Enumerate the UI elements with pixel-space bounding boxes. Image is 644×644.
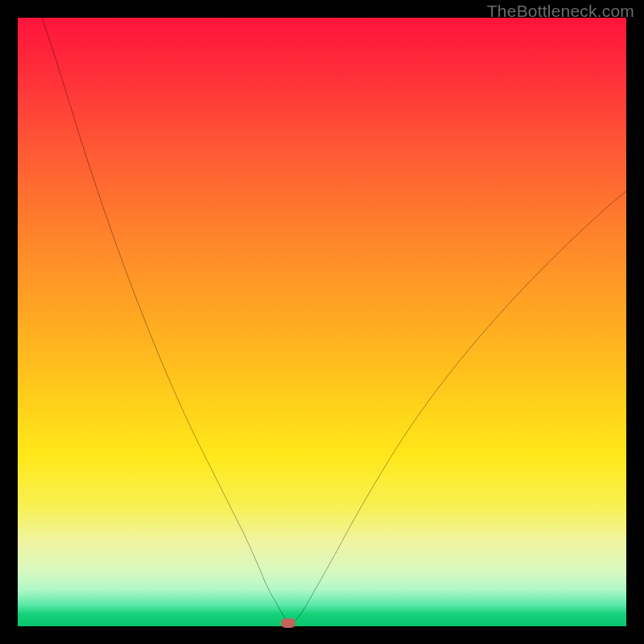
plot-area: [18, 18, 626, 626]
attribution-text: TheBottleneck.com: [487, 2, 634, 21]
chart-frame: TheBottleneck.com: [0, 0, 644, 644]
bottleneck-curve: [18, 18, 626, 626]
optimum-marker: [281, 618, 295, 628]
